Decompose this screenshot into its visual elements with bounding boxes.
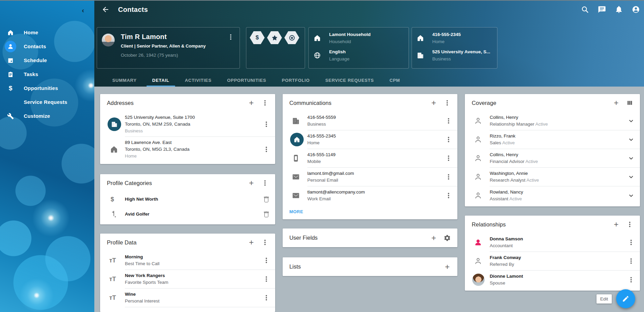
calendar-icon xyxy=(5,55,16,66)
address-row[interactable]: 89 Lawrence Ave. East Toronto, ON, M5G 2… xyxy=(100,137,275,164)
back-button[interactable] xyxy=(100,4,111,15)
language-row[interactable]: English Language xyxy=(314,49,404,61)
add-coverage-button[interactable]: + xyxy=(609,96,623,110)
smartphone-icon xyxy=(288,154,307,162)
chat-icon[interactable] xyxy=(598,5,606,14)
profile-data-menu-button[interactable] xyxy=(260,254,273,267)
primary-address-row[interactable]: 525 University Avenue, S... Business xyxy=(417,49,492,61)
address-row[interactable]: 525 University Avenue, Suite 1700 Toront… xyxy=(100,112,275,136)
coverage-columns-view-icon[interactable] xyxy=(623,96,637,110)
sidebar-item-tasks[interactable]: Tasks xyxy=(0,67,94,81)
tab-summary[interactable]: SUMMARY xyxy=(105,74,145,87)
communication-row[interactable]: 416-555-2345 Home xyxy=(283,130,458,149)
main-area: Contacts Tim R Lamont Client | Senior Pa… xyxy=(94,1,644,312)
communication-menu-button[interactable] xyxy=(442,151,455,165)
relationship-menu-button[interactable] xyxy=(624,254,638,268)
relationship-row[interactable]: Frank Conway Referred By xyxy=(465,252,640,270)
contact-avatar[interactable] xyxy=(102,34,115,47)
profile-data-row[interactable]: тT Morning Best Time to Call xyxy=(100,251,275,270)
communication-row[interactable]: tlamont@allencompany.com Work Email xyxy=(283,186,458,205)
chevron-down-icon[interactable] xyxy=(624,151,638,165)
communication-row[interactable]: 416-555-1149 Mobile xyxy=(283,149,458,167)
tab-portfolio[interactable]: PORTFOLIO xyxy=(274,74,318,87)
coverage-row[interactable]: Collins, Henry Financial Advisor Active xyxy=(465,149,640,167)
coverage-status: Active xyxy=(502,140,515,145)
notifications-bell-icon[interactable] xyxy=(615,5,623,14)
sidebar-item-schedule[interactable]: Schedule xyxy=(0,53,94,67)
coverage-row[interactable]: Washington, Annie Research Analyst Activ… xyxy=(465,168,640,186)
profile-category-row[interactable]: $ High Net Worth xyxy=(100,192,275,207)
delete-icon[interactable] xyxy=(260,192,273,206)
star-circle-badge-icon[interactable] xyxy=(284,31,299,44)
communication-menu-button[interactable] xyxy=(442,114,455,128)
communication-value: 416-555-2345 xyxy=(307,133,442,140)
coverage-role: Sales Active xyxy=(490,140,624,146)
sidebar-item-home[interactable]: Home xyxy=(0,25,94,39)
chevron-down-icon[interactable] xyxy=(624,133,638,146)
tab-opportunities[interactable]: OPPORTUNITIES xyxy=(219,74,274,87)
coverage-row[interactable]: Collins, Henry Relationship Manager Acti… xyxy=(465,112,640,130)
relationship-menu-button[interactable] xyxy=(624,273,638,287)
profile-data-value: New York Rangers xyxy=(125,272,260,279)
contact-menu-button[interactable] xyxy=(227,33,235,41)
relationship-row[interactable]: Donna Samson Accountant xyxy=(465,233,640,252)
primary-phone-row[interactable]: 416-555-2345 Home xyxy=(417,32,492,44)
add-address-button[interactable]: + xyxy=(245,96,258,110)
delete-icon[interactable] xyxy=(260,207,273,221)
relationships-menu-button[interactable] xyxy=(623,218,637,231)
collapse-sidebar-button[interactable]: ‹ xyxy=(82,7,84,14)
star-badge-icon[interactable] xyxy=(267,31,282,44)
address-menu-button[interactable] xyxy=(260,143,273,156)
communication-label: Mobile xyxy=(307,158,442,165)
sidebar-item-customize[interactable]: Customize xyxy=(0,109,94,123)
more-link[interactable]: MORE xyxy=(283,205,458,219)
profile-categories-menu-button[interactable] xyxy=(258,176,272,190)
communication-menu-button[interactable] xyxy=(442,189,455,202)
chevron-down-icon[interactable] xyxy=(624,170,638,184)
home-icon xyxy=(417,34,424,42)
add-communication-button[interactable]: + xyxy=(427,96,440,110)
chevron-down-icon[interactable] xyxy=(624,189,638,202)
tab-detail[interactable]: DETAIL xyxy=(145,74,177,87)
sidebar-item-service-requests[interactable]: Service Requests xyxy=(0,95,94,109)
communication-row[interactable]: 416-554-5559 Business xyxy=(283,112,458,130)
coverage-status: Active xyxy=(526,178,539,183)
sidebar-item-contacts[interactable]: Contacts xyxy=(0,39,94,53)
coverage-row[interactable]: Rizzo, Frank Sales Active xyxy=(465,130,640,149)
address-menu-button[interactable] xyxy=(260,117,273,131)
edit-fab-button[interactable] xyxy=(616,289,635,308)
profile-data-row[interactable]: тT New York Rangers Favorite Sports Team xyxy=(100,270,275,288)
tab-activities[interactable]: ACTIVITIES xyxy=(177,74,220,87)
profile-category-row[interactable]: Avid Golfer xyxy=(100,207,275,224)
tab-service-requests[interactable]: SERVICE REQUESTS xyxy=(318,74,382,87)
account-icon[interactable] xyxy=(632,5,640,14)
dollar-badge-icon[interactable]: $ xyxy=(250,31,265,44)
profile-data-row[interactable]: тT Wine Personal Interest xyxy=(100,289,275,307)
household-row[interactable]: Lamont Household Household xyxy=(314,32,404,44)
communication-menu-button[interactable] xyxy=(442,133,455,146)
user-fields-settings-gear-icon[interactable] xyxy=(440,231,454,245)
primary-phone-label: Home xyxy=(432,39,461,44)
household-name: Lamont Household xyxy=(329,32,371,37)
relationship-row[interactable]: Dionne Lamont Spouse xyxy=(465,271,640,291)
coverage-row[interactable]: Rowland, Nancy Assistant Active xyxy=(465,186,640,206)
chevron-down-icon[interactable] xyxy=(624,114,638,128)
search-icon[interactable] xyxy=(581,5,589,14)
add-relationship-button[interactable]: + xyxy=(609,218,623,231)
tasks-icon xyxy=(5,69,16,80)
profile-data-menu-button[interactable] xyxy=(260,291,273,305)
profile-data-menu-button[interactable] xyxy=(258,236,272,249)
tab-cpm[interactable]: CPM xyxy=(382,74,408,87)
relationship-menu-button[interactable] xyxy=(624,236,638,249)
communication-row[interactable]: lamont.tim@gmail.com Personal Email xyxy=(283,168,458,186)
communications-menu-button[interactable] xyxy=(440,96,454,110)
add-profile-category-button[interactable]: + xyxy=(245,176,258,190)
add-profile-data-button[interactable]: + xyxy=(245,236,258,249)
add-list-button[interactable]: + xyxy=(440,260,454,274)
profile-data-menu-button[interactable] xyxy=(260,272,273,286)
coverage-role: Financial Advisor Active xyxy=(490,158,624,165)
communication-menu-button[interactable] xyxy=(442,170,455,184)
add-user-field-button[interactable]: + xyxy=(427,231,440,245)
sidebar-item-opportunities[interactable]: $ Opportunities xyxy=(0,81,94,95)
addresses-menu-button[interactable] xyxy=(258,96,272,110)
